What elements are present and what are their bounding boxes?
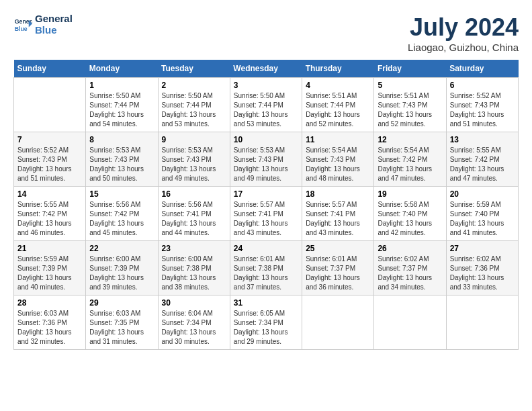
- logo: General Blue General Blue: [13, 13, 73, 36]
- day-number: 27: [450, 244, 515, 253]
- day-info: Sunrise: 6:00 AMSunset: 7:39 PMDaylight:…: [89, 255, 154, 292]
- logo-line1: General: [35, 13, 73, 25]
- day-number: 25: [306, 244, 370, 253]
- calendar-cell: 29Sunrise: 6:03 AMSunset: 7:35 PMDayligh…: [86, 295, 158, 350]
- weekday-header-thursday: Thursday: [302, 60, 374, 78]
- calendar-week-row: 28Sunrise: 6:03 AMSunset: 7:36 PMDayligh…: [14, 295, 519, 350]
- day-info: Sunrise: 5:57 AMSunset: 7:41 PMDaylight:…: [234, 200, 298, 238]
- day-number: 26: [378, 244, 442, 253]
- day-info: Sunrise: 6:04 AMSunset: 7:34 PMDaylight:…: [162, 309, 226, 347]
- day-number: 21: [17, 244, 82, 253]
- day-info: Sunrise: 6:03 AMSunset: 7:36 PMDaylight:…: [17, 309, 82, 347]
- title-block: July 2024 Liaogao, Guizhou, China: [408, 13, 519, 53]
- calendar-cell: 10Sunrise: 5:53 AMSunset: 7:43 PMDayligh…: [230, 132, 302, 187]
- day-number: 19: [378, 189, 442, 199]
- day-info: Sunrise: 5:53 AMSunset: 7:43 PMDaylight:…: [162, 146, 226, 183]
- calendar-cell: 16Sunrise: 5:56 AMSunset: 7:41 PMDayligh…: [158, 187, 230, 241]
- calendar-cell: 4Sunrise: 5:51 AMSunset: 7:44 PMDaylight…: [302, 78, 374, 132]
- calendar-cell: 22Sunrise: 6:00 AMSunset: 7:39 PMDayligh…: [86, 241, 158, 295]
- weekday-header-row: SundayMondayTuesdayWednesdayThursdayFrid…: [14, 60, 519, 78]
- day-info: Sunrise: 6:05 AMSunset: 7:34 PMDaylight:…: [234, 309, 298, 347]
- day-number: 7: [17, 135, 82, 144]
- calendar-cell: 25Sunrise: 6:01 AMSunset: 7:37 PMDayligh…: [302, 241, 374, 295]
- calendar-cell: 8Sunrise: 5:53 AMSunset: 7:43 PMDaylight…: [86, 132, 158, 187]
- day-info: Sunrise: 5:56 AMSunset: 7:41 PMDaylight:…: [162, 200, 226, 238]
- calendar-cell: 3Sunrise: 5:50 AMSunset: 7:44 PMDaylight…: [230, 78, 302, 132]
- day-info: Sunrise: 5:59 AMSunset: 7:39 PMDaylight:…: [17, 255, 82, 292]
- day-number: 30: [162, 298, 226, 308]
- day-info: Sunrise: 5:55 AMSunset: 7:42 PMDaylight:…: [450, 146, 515, 183]
- logo-icon: General Blue: [13, 15, 32, 34]
- day-info: Sunrise: 5:52 AMSunset: 7:43 PMDaylight:…: [17, 146, 82, 183]
- day-info: Sunrise: 6:01 AMSunset: 7:37 PMDaylight:…: [306, 255, 370, 292]
- weekday-header-wednesday: Wednesday: [230, 60, 302, 78]
- day-number: 18: [306, 189, 370, 199]
- calendar-week-row: 7Sunrise: 5:52 AMSunset: 7:43 PMDaylight…: [14, 132, 519, 187]
- calendar-cell: [446, 295, 518, 350]
- day-info: Sunrise: 6:02 AMSunset: 7:37 PMDaylight:…: [378, 255, 442, 292]
- day-info: Sunrise: 5:50 AMSunset: 7:44 PMDaylight:…: [234, 91, 298, 129]
- day-info: Sunrise: 5:58 AMSunset: 7:40 PMDaylight:…: [378, 200, 442, 238]
- day-number: 15: [89, 189, 154, 199]
- calendar-cell: 21Sunrise: 5:59 AMSunset: 7:39 PMDayligh…: [14, 241, 86, 295]
- day-info: Sunrise: 5:57 AMSunset: 7:41 PMDaylight:…: [306, 200, 370, 238]
- calendar-cell: [374, 295, 446, 350]
- day-number: 20: [450, 189, 515, 199]
- day-info: Sunrise: 5:56 AMSunset: 7:42 PMDaylight:…: [89, 200, 154, 238]
- day-info: Sunrise: 6:03 AMSunset: 7:35 PMDaylight:…: [89, 309, 154, 347]
- day-info: Sunrise: 5:50 AMSunset: 7:44 PMDaylight:…: [89, 91, 154, 129]
- day-number: 3: [234, 81, 298, 90]
- calendar-cell: 20Sunrise: 5:59 AMSunset: 7:40 PMDayligh…: [446, 187, 518, 241]
- calendar-cell: 7Sunrise: 5:52 AMSunset: 7:43 PMDaylight…: [14, 132, 86, 187]
- day-info: Sunrise: 5:53 AMSunset: 7:43 PMDaylight:…: [89, 146, 154, 183]
- calendar-cell: 17Sunrise: 5:57 AMSunset: 7:41 PMDayligh…: [230, 187, 302, 241]
- month-title: July 2024: [408, 13, 519, 42]
- day-number: 13: [450, 135, 515, 144]
- day-info: Sunrise: 6:02 AMSunset: 7:36 PMDaylight:…: [450, 255, 515, 292]
- day-info: Sunrise: 5:54 AMSunset: 7:43 PMDaylight:…: [306, 146, 370, 183]
- day-number: 1: [89, 81, 154, 90]
- day-number: 29: [89, 298, 154, 308]
- day-number: 8: [89, 135, 154, 144]
- day-number: 28: [17, 298, 82, 308]
- calendar-cell: 31Sunrise: 6:05 AMSunset: 7:34 PMDayligh…: [230, 295, 302, 350]
- day-number: 12: [378, 135, 442, 144]
- calendar-cell: 2Sunrise: 5:50 AMSunset: 7:44 PMDaylight…: [158, 78, 230, 132]
- day-info: Sunrise: 5:51 AMSunset: 7:44 PMDaylight:…: [306, 91, 370, 129]
- calendar-cell: [14, 78, 86, 132]
- day-number: 11: [306, 135, 370, 144]
- day-info: Sunrise: 5:50 AMSunset: 7:44 PMDaylight:…: [162, 91, 226, 129]
- day-number: 23: [162, 244, 226, 253]
- day-number: 4: [306, 81, 370, 90]
- calendar-cell: 9Sunrise: 5:53 AMSunset: 7:43 PMDaylight…: [158, 132, 230, 187]
- weekday-header-sunday: Sunday: [14, 60, 86, 78]
- day-number: 22: [89, 244, 154, 253]
- weekday-header-saturday: Saturday: [446, 60, 518, 78]
- calendar-cell: 13Sunrise: 5:55 AMSunset: 7:42 PMDayligh…: [446, 132, 518, 187]
- day-number: 24: [234, 244, 298, 253]
- location: Liaogao, Guizhou, China: [408, 42, 519, 53]
- day-number: 5: [378, 81, 442, 90]
- calendar-cell: 30Sunrise: 6:04 AMSunset: 7:34 PMDayligh…: [158, 295, 230, 350]
- day-number: 14: [17, 189, 82, 199]
- calendar-cell: 24Sunrise: 6:01 AMSunset: 7:38 PMDayligh…: [230, 241, 302, 295]
- day-info: Sunrise: 5:51 AMSunset: 7:43 PMDaylight:…: [378, 91, 442, 129]
- day-number: 2: [162, 81, 226, 90]
- day-number: 17: [234, 189, 298, 199]
- calendar-cell: 15Sunrise: 5:56 AMSunset: 7:42 PMDayligh…: [86, 187, 158, 241]
- calendar-cell: 5Sunrise: 5:51 AMSunset: 7:43 PMDaylight…: [374, 78, 446, 132]
- weekday-header-monday: Monday: [86, 60, 158, 78]
- svg-text:Blue: Blue: [15, 25, 28, 32]
- page-header: General Blue General Blue July 2024 Liao…: [13, 13, 519, 53]
- day-info: Sunrise: 5:54 AMSunset: 7:42 PMDaylight:…: [378, 146, 442, 183]
- day-info: Sunrise: 5:53 AMSunset: 7:43 PMDaylight:…: [234, 146, 298, 183]
- calendar-week-row: 14Sunrise: 5:55 AMSunset: 7:42 PMDayligh…: [14, 187, 519, 241]
- calendar-cell: 18Sunrise: 5:57 AMSunset: 7:41 PMDayligh…: [302, 187, 374, 241]
- day-number: 6: [450, 81, 515, 90]
- weekday-header-tuesday: Tuesday: [158, 60, 230, 78]
- day-number: 9: [162, 135, 226, 144]
- day-info: Sunrise: 6:00 AMSunset: 7:38 PMDaylight:…: [162, 255, 226, 292]
- calendar-week-row: 21Sunrise: 5:59 AMSunset: 7:39 PMDayligh…: [14, 241, 519, 295]
- day-info: Sunrise: 5:55 AMSunset: 7:42 PMDaylight:…: [17, 200, 82, 238]
- logo-line2: Blue: [35, 25, 73, 36]
